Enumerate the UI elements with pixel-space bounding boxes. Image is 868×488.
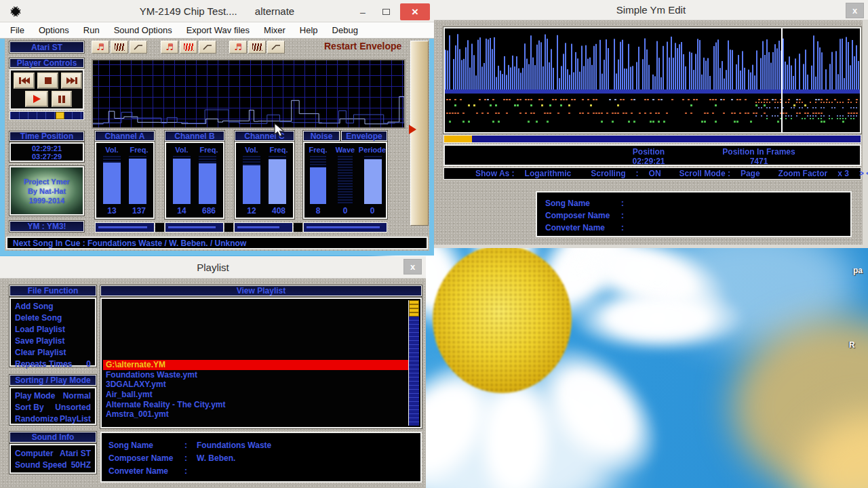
stop-button[interactable]	[37, 73, 58, 89]
repeats-times-row[interactable]: Repeats Times 0	[11, 358, 95, 369]
zoom-factor-value[interactable]: x 3	[837, 169, 849, 178]
channel-c-noise-button[interactable]	[248, 41, 266, 54]
ym-type-button[interactable]: YM : YM3!	[9, 221, 84, 232]
channel-a-noise-button[interactable]	[111, 41, 128, 54]
pause-button[interactable]	[52, 91, 72, 107]
freq-label: Freq.	[126, 146, 152, 154]
computer-value: Atari ST	[60, 449, 91, 458]
atari-st-button[interactable]: Atari ST	[9, 41, 84, 53]
freq-label: Freq.	[196, 146, 222, 154]
sound-speed-row: Sound Speed 50HZ	[11, 459, 95, 470]
save-playlist-button[interactable]: Save Playlist	[11, 335, 95, 346]
delete-song-button[interactable]: Delete Song	[11, 312, 95, 323]
channel-c-mix-slider[interactable]	[234, 222, 293, 232]
desktop-icon-label[interactable]: R	[849, 340, 855, 350]
randomize-row[interactable]: Randomize PlayList	[11, 413, 95, 424]
colon: :	[621, 223, 633, 232]
channel-b-vol-value: 14	[170, 206, 193, 216]
menu-help[interactable]: Help	[300, 25, 318, 35]
zoom-arrows[interactable]: > <	[859, 169, 868, 178]
scroll-mode-value[interactable]: Page	[741, 169, 760, 178]
wave-value: 0	[332, 206, 359, 216]
scrolling-value[interactable]: ON	[649, 169, 661, 178]
minimize-icon[interactable]: –	[354, 5, 372, 20]
playlist-scrollbar[interactable]	[408, 300, 419, 426]
channel-b-envelope-button[interactable]	[199, 41, 216, 54]
menu-sound-options[interactable]: Sound Options	[114, 25, 172, 35]
seek-slider-thumb[interactable]	[56, 112, 64, 119]
play-mode-value: Normal	[63, 391, 91, 401]
master-mix-slider[interactable]	[303, 222, 387, 232]
playlist-track[interactable]: Alternate Reality - The City.ymt	[103, 399, 408, 409]
menu-debug[interactable]: Debug	[332, 25, 358, 35]
noise-icon	[115, 43, 125, 51]
ym-progress-bar[interactable]	[443, 135, 861, 143]
seek-slider[interactable]	[9, 111, 84, 120]
play-mode-row[interactable]: Play Mode Normal	[11, 390, 95, 401]
scroll-arrow-icon[interactable]	[409, 125, 416, 134]
about-line2: By Nat-Hat	[28, 187, 66, 195]
playlist-listbox[interactable]: G:\alternate.YM Foundations Waste.ymt 3D…	[100, 298, 422, 428]
sound-speed-label: Sound Speed	[15, 460, 67, 470]
playlist-scrollbar-thumb[interactable]	[409, 300, 419, 317]
vol-label: Vol.	[100, 146, 123, 154]
show-as-value[interactable]: Logarithmic	[525, 169, 572, 178]
oscilloscope	[92, 59, 406, 129]
menu-mixer[interactable]: Mixer	[264, 25, 285, 35]
envelope-wave-meter	[338, 156, 353, 204]
channel-a-tone-button[interactable]: ♬	[92, 41, 109, 54]
menu-file[interactable]: File	[10, 25, 24, 35]
song-name-label: Song Name	[545, 199, 621, 208]
maximize-icon[interactable]	[377, 5, 395, 20]
mouse-cursor	[273, 123, 287, 138]
stop-icon	[44, 77, 52, 85]
clear-playlist-button[interactable]: Clear Playlist	[11, 346, 95, 358]
channel-a-panel: Vol. Freq. 13 137	[95, 142, 155, 219]
playlist-track-selected[interactable]: G:\alternate.YM	[103, 360, 408, 370]
channel-a-envelope-button[interactable]	[130, 41, 147, 54]
sort-by-row[interactable]: Sort By Unsorted	[11, 401, 95, 413]
channel-c-tone-button[interactable]: ♬	[229, 41, 247, 54]
desktop-icon-label[interactable]: pa	[853, 266, 863, 275]
note-icon: ♬	[165, 43, 174, 52]
sound-speed-value: 50HZ	[71, 460, 91, 470]
close-icon[interactable]: x	[403, 259, 422, 274]
channel-a-freq-value: 137	[126, 206, 152, 216]
playlist-tracks: G:\alternate.YM Foundations Waste.ymt 3D…	[103, 360, 408, 420]
zoom-factor-label: Zoom Factor	[778, 169, 828, 178]
ym-edit-title-text: Simple Ym Edit	[616, 4, 686, 16]
menu-options[interactable]: Options	[39, 25, 69, 35]
slope-icon	[271, 43, 281, 52]
channel-c-envelope-button[interactable]	[267, 41, 285, 54]
channel-b-noise-button[interactable]	[180, 41, 197, 54]
menu-run[interactable]: Run	[83, 25, 100, 35]
load-playlist-button[interactable]: Load Playlist	[11, 323, 95, 335]
channel-b-tone-button[interactable]: ♬	[161, 41, 178, 54]
close-icon[interactable]: x	[846, 3, 864, 18]
playlist-track[interactable]: Amstra_001.ymt	[103, 409, 408, 420]
channel-b-mix-slider[interactable]	[165, 222, 224, 232]
time-position-header: Time Position	[9, 131, 84, 141]
playlist-track[interactable]: Air_ball.ymt	[103, 390, 408, 400]
channel-a-vol-meter	[103, 156, 121, 204]
next-button[interactable]	[61, 73, 82, 89]
close-icon[interactable]: ×	[400, 3, 430, 20]
ym-waveform-display[interactable]	[443, 27, 861, 134]
play-button[interactable]	[25, 91, 48, 107]
periode-label: Periode	[357, 146, 387, 154]
time-total: 03:27:29	[11, 152, 83, 161]
composer-name-label: Composer Name	[108, 453, 184, 463]
noise-freq-label: Freq.	[306, 146, 330, 154]
restart-envelope-label[interactable]: Restart Envelope	[324, 41, 401, 52]
channel-b-freq-meter	[199, 156, 216, 204]
previous-button[interactable]	[14, 73, 35, 89]
play-icon	[32, 94, 41, 104]
playlist-track[interactable]: Foundations Waste.ymt	[103, 370, 408, 380]
add-song-button[interactable]: Add Song	[11, 300, 95, 312]
transport-panel	[9, 69, 84, 110]
chip-titlebar: YM-2149 Chip Test.... alternate – ×	[0, 0, 434, 22]
playlist-track[interactable]: 3DGALAXY.ymt	[103, 380, 408, 390]
channel-a-mix-slider[interactable]	[95, 222, 155, 232]
vol-label: Vol.	[240, 146, 263, 154]
menu-export-wav[interactable]: Export Wav files	[186, 25, 250, 35]
